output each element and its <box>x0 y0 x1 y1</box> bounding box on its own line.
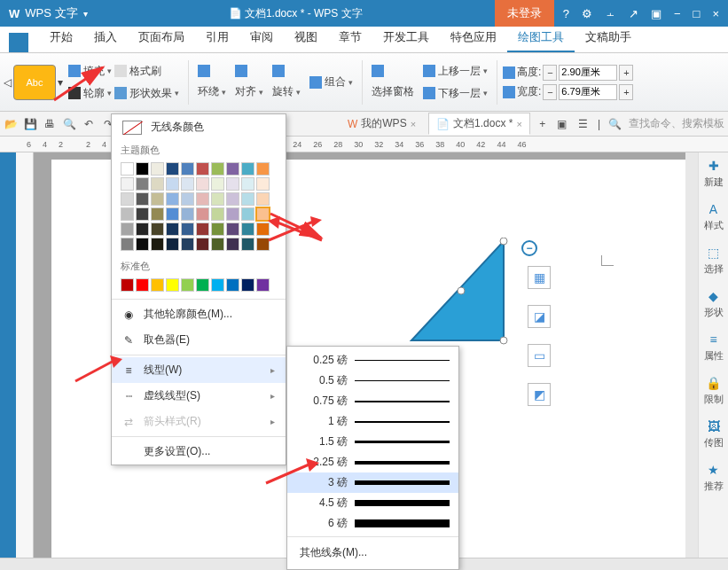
height-decrement[interactable]: − <box>543 65 557 81</box>
weight-item-3 磅[interactable]: 3 磅 <box>287 472 458 493</box>
layout-options-button[interactable]: ▦ <box>528 266 551 289</box>
width-input[interactable] <box>559 84 617 100</box>
menu-item-9[interactable]: 绘图工具 <box>507 24 575 52</box>
menu-item-1[interactable]: 插入 <box>83 24 128 52</box>
weight-item-0.75 磅[interactable]: 0.75 磅 <box>287 391 458 411</box>
right-panel-选择[interactable]: ⬚选择 <box>704 245 724 276</box>
color-swatch[interactable] <box>196 207 209 221</box>
color-swatch[interactable] <box>166 238 179 251</box>
color-swatch[interactable] <box>136 223 149 236</box>
color-swatch[interactable] <box>211 223 224 236</box>
color-swatch[interactable] <box>211 162 224 176</box>
color-swatch[interactable] <box>196 192 209 206</box>
right-panel-形状[interactable]: ◆形状 <box>704 288 724 319</box>
menu-item-10[interactable]: 文稿助手 <box>575 24 642 52</box>
color-swatch[interactable] <box>181 192 194 206</box>
style-dropdown-icon[interactable]: ▾ <box>58 76 63 89</box>
menu-item-0[interactable]: 开始 <box>39 24 83 52</box>
color-swatch[interactable] <box>181 207 194 221</box>
shape-outline-button[interactable]: ▭ <box>528 344 551 367</box>
shape-style-preview[interactable]: Abc <box>13 65 56 100</box>
color-swatch[interactable] <box>256 177 270 191</box>
color-swatch[interactable] <box>241 278 254 292</box>
color-swatch[interactable] <box>136 162 149 176</box>
color-swatch[interactable] <box>121 162 134 176</box>
weight-item-4.5 磅[interactable]: 4.5 磅 <box>287 493 458 513</box>
undo-icon[interactable]: ↶ <box>82 117 96 131</box>
color-swatch[interactable] <box>241 207 254 221</box>
preview-icon[interactable]: 🔍 <box>62 117 76 131</box>
scrollbar-vertical[interactable] <box>685 152 698 558</box>
color-swatch[interactable] <box>151 278 164 292</box>
menu-item-3[interactable]: 引用 <box>195 24 239 52</box>
more-colors-item[interactable]: ◉ 其他轮廓颜色(M)... <box>112 301 286 327</box>
color-swatch[interactable] <box>241 177 254 191</box>
color-swatch[interactable] <box>241 238 254 251</box>
color-swatch[interactable] <box>256 223 270 236</box>
color-swatch[interactable] <box>181 162 194 176</box>
right-panel-样式[interactable]: A样式 <box>704 201 724 232</box>
color-swatch[interactable] <box>121 207 134 221</box>
shape-effects-button[interactable]: ◩ <box>528 383 551 406</box>
color-swatch[interactable] <box>151 238 164 251</box>
color-swatch[interactable] <box>151 177 164 191</box>
group-button[interactable]: 组合▾ <box>306 73 356 91</box>
color-swatch[interactable] <box>226 162 239 176</box>
color-swatch[interactable] <box>226 192 239 206</box>
color-swatch[interactable] <box>196 238 209 251</box>
search-icon[interactable]: 🔍 <box>607 117 622 131</box>
color-swatch[interactable] <box>211 192 224 206</box>
no-line-color-item[interactable]: 无线条颜色 <box>112 114 286 140</box>
color-swatch[interactable] <box>151 162 164 176</box>
print-icon[interactable]: 🖶 <box>43 117 57 131</box>
new-tab-button[interactable]: + <box>536 117 550 131</box>
color-swatch[interactable] <box>211 278 224 292</box>
minimize-icon[interactable]: − <box>674 7 681 20</box>
color-swatch[interactable] <box>151 223 164 236</box>
window-icon[interactable]: ▣ <box>555 117 569 131</box>
color-swatch[interactable] <box>136 177 149 191</box>
settings-icon[interactable]: ⚙ <box>582 7 592 20</box>
color-swatch[interactable] <box>121 223 134 236</box>
bring-forward-button[interactable]: 上移一层▾ <box>419 62 491 81</box>
color-swatch[interactable] <box>121 177 134 191</box>
color-swatch[interactable] <box>241 192 254 206</box>
color-swatch[interactable] <box>151 207 164 221</box>
color-swatch[interactable] <box>226 207 239 221</box>
color-swatch[interactable] <box>166 207 179 221</box>
color-swatch[interactable] <box>226 177 239 191</box>
color-swatch[interactable] <box>226 278 239 292</box>
color-swatch[interactable] <box>136 238 149 251</box>
height-increment[interactable]: + <box>619 65 633 81</box>
color-swatch[interactable] <box>181 223 194 236</box>
weight-item-1.5 磅[interactable]: 1.5 磅 <box>287 432 458 452</box>
weight-item-0.5 磅[interactable]: 0.5 磅 <box>287 371 458 391</box>
color-swatch[interactable] <box>241 162 254 176</box>
chevron-down-icon[interactable]: ▾ <box>83 9 88 19</box>
more-lines-item[interactable]: 其他线条(M)... <box>287 540 458 566</box>
fill-button[interactable]: 填充▾ 格式刷 <box>65 62 183 81</box>
right-panel-新建[interactable]: ✚新建 <box>704 158 724 189</box>
list-icon[interactable]: ☰ <box>576 117 591 131</box>
color-swatch[interactable] <box>166 162 179 176</box>
save-icon[interactable]: 💾 <box>23 117 37 131</box>
color-swatch[interactable] <box>136 278 149 292</box>
share-icon[interactable]: ↗ <box>629 7 638 20</box>
color-swatch[interactable] <box>166 177 179 191</box>
send-backward-button[interactable]: 下移一层▾ <box>419 84 491 103</box>
outline-button[interactable]: 轮廓▾ 形状效果▾ <box>65 84 183 103</box>
menu-item-4[interactable]: 审阅 <box>239 24 284 52</box>
width-decrement[interactable]: − <box>543 84 557 100</box>
menu-item-5[interactable]: 视图 <box>284 24 328 52</box>
line-weight-item[interactable]: ≡ 线型(W) ▸ <box>112 357 286 383</box>
color-swatch[interactable] <box>256 207 270 221</box>
color-swatch[interactable] <box>196 278 209 292</box>
color-swatch[interactable] <box>136 192 149 206</box>
tab-doc1[interactable]: 📄 文档1.docx * × <box>428 113 530 135</box>
color-swatch[interactable] <box>121 192 134 206</box>
search-placeholder[interactable]: 查找命令、搜索模板 <box>629 116 724 131</box>
delete-shape-button[interactable]: − <box>521 240 537 256</box>
menu-item-6[interactable]: 章节 <box>328 24 372 52</box>
weight-item-6 磅[interactable]: 6 磅 <box>287 513 458 534</box>
color-swatch[interactable] <box>226 238 239 251</box>
